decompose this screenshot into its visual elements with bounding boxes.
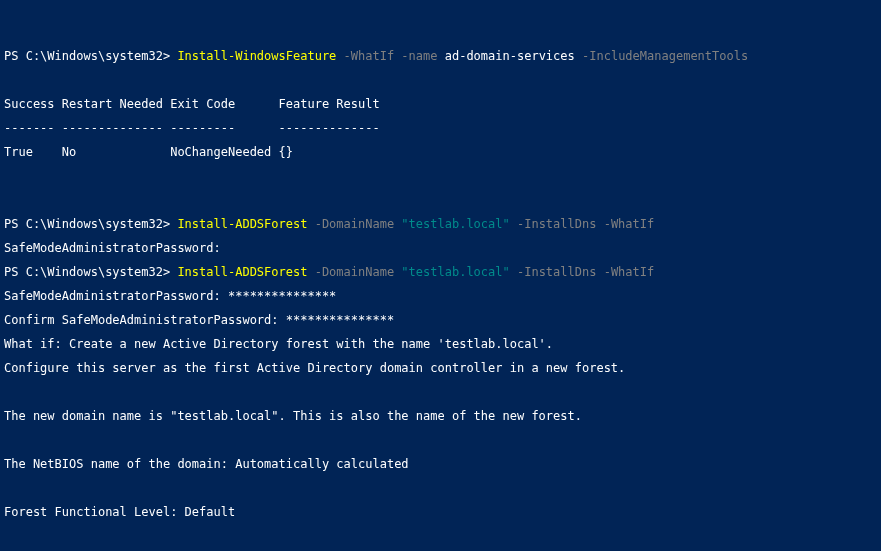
password-prompt: SafeModeAdministratorPassword: (4, 242, 877, 254)
output-header: Success Restart Needed Exit Code Feature… (4, 98, 877, 110)
command-line-2: PS C:\Windows\system32> Install-ADDSFore… (4, 218, 877, 230)
param: -InstallDns -WhatIf (510, 265, 655, 279)
output-text: Forest Functional Level: Default (4, 506, 877, 518)
prompt: PS C:\Windows\system32> (4, 49, 177, 63)
blank-line (4, 482, 877, 494)
output-text: The new domain name is "testlab.local". … (4, 410, 877, 422)
cmdlet: Install-ADDSForest (177, 265, 307, 279)
value: ad-domain-services (438, 49, 575, 63)
blank-line (4, 170, 877, 182)
param: -WhatIf -name (336, 49, 437, 63)
blank-line (4, 194, 877, 206)
whatif-output: What if: Create a new Active Directory f… (4, 338, 877, 350)
cmdlet: Install-WindowsFeature (177, 49, 336, 63)
string-value: "testlab.local" (394, 265, 510, 279)
command-line-1: PS C:\Windows\system32> Install-WindowsF… (4, 50, 877, 62)
param: -IncludeManagementTools (575, 49, 748, 63)
output-divider: ------- -------------- --------- -------… (4, 122, 877, 134)
param: -DomainName (307, 217, 394, 231)
output-row: True No NoChangeNeeded {} (4, 146, 877, 158)
output-text: The NetBIOS name of the domain: Automati… (4, 458, 877, 470)
blank-line (4, 530, 877, 542)
confirm-prompt: Confirm SafeModeAdministratorPassword: *… (4, 314, 877, 326)
prompt: PS C:\Windows\system32> (4, 217, 177, 231)
whatif-output: Configure this server as the first Activ… (4, 362, 877, 374)
blank-line (4, 434, 877, 446)
param: -InstallDns -WhatIf (510, 217, 655, 231)
blank-line (4, 74, 877, 86)
password-prompt: SafeModeAdministratorPassword: *********… (4, 290, 877, 302)
blank-line (4, 386, 877, 398)
prompt: PS C:\Windows\system32> (4, 265, 177, 279)
cmdlet: Install-ADDSForest (177, 217, 307, 231)
command-line-3: PS C:\Windows\system32> Install-ADDSFore… (4, 266, 877, 278)
param: -DomainName (307, 265, 394, 279)
string-value: "testlab.local" (394, 217, 510, 231)
